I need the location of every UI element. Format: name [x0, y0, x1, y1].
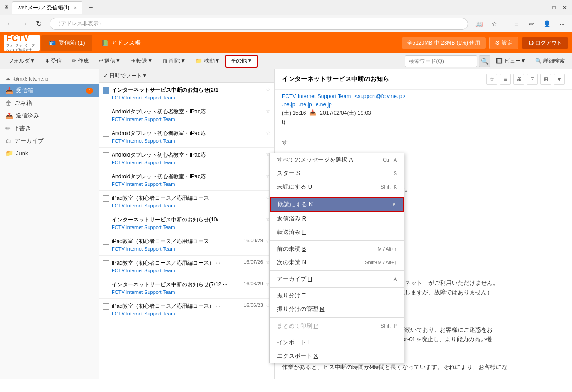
email-checkbox[interactable]: [103, 195, 109, 202]
menu-item-archive[interactable]: アーカイブ H A: [270, 272, 404, 286]
email-item[interactable]: iPad教室（初心者コース／応用編コース） ··· FCTV Internet …: [99, 256, 274, 277]
collapse-btn[interactable]: ⊡: [527, 74, 538, 85]
email-item[interactable]: Androidタブレット初心者教室・iPad応 FCTV Internet Su…: [99, 104, 274, 126]
menu-item-manage-filters[interactable]: 振り分けの管理 M: [270, 302, 404, 316]
email-sender: FCTV Internet Support Team: [112, 246, 241, 252]
reading-view-btn[interactable]: 📖: [472, 18, 485, 30]
menu-label: 未読にする U: [277, 183, 312, 191]
menu-item-select-all[interactable]: すべてのメッセージを選択 A Ctrl+A: [270, 153, 404, 167]
star-icon[interactable]: ☆: [266, 86, 271, 93]
settings-btn[interactable]: ⚙ 設定: [489, 37, 518, 49]
menu-item-prev-unread[interactable]: 前の未読 B M / Alt+↑: [270, 242, 404, 256]
email-item[interactable]: iPad教室（初心者コース／応用編コース FCTV Internet Suppo…: [99, 191, 274, 212]
email-item[interactable]: iPad教室（初心者コース／応用編コース） ··· FCTV Internet …: [99, 299, 274, 320]
inbox-tab[interactable]: 📬 受信箱 (1): [41, 35, 92, 51]
menu-btn[interactable]: ≡: [510, 18, 522, 30]
email-checkbox[interactable]: [103, 282, 109, 288]
email-item[interactable]: iPad教室（初心者コース／応用編コース FCTV Internet Suppo…: [99, 234, 274, 256]
email-checkbox[interactable]: [103, 260, 109, 266]
inbox-tab-label: 受信箱 (1): [59, 39, 85, 47]
menu-item-forwarded[interactable]: 転送済み E: [270, 225, 404, 239]
view-btn[interactable]: 🔲 ビュー▼: [492, 55, 529, 67]
more-btn[interactable]: ▼: [554, 74, 565, 85]
menu-item-filter[interactable]: 振り分け T: [270, 289, 404, 302]
detail-search-btn[interactable]: 🔍 詳細検索: [531, 55, 568, 67]
menu-item-replied[interactable]: 返信済み R: [270, 212, 404, 225]
email-item[interactable]: Androidタブレット初心者教室・iPad応 FCTV Internet Su…: [99, 126, 274, 148]
maximize-btn[interactable]: □: [550, 4, 558, 11]
print-btn[interactable]: 🖨: [513, 74, 524, 85]
expand-btn[interactable]: ⊞: [540, 74, 551, 85]
search-input[interactable]: [405, 55, 477, 67]
more-btn[interactable]: ···: [556, 18, 568, 30]
sort-label[interactable]: ✓ 日時でソート▼: [104, 72, 147, 80]
address-text: （アドレス非表示）: [55, 20, 462, 27]
menu-label: すべてのメッセージを選択 A: [277, 156, 353, 164]
address-bar[interactable]: （アドレス非表示）: [50, 18, 468, 30]
sidebar-item-trash[interactable]: 🗑 ごみ箱: [0, 97, 99, 109]
delete-btn[interactable]: 🗑 削除▼: [158, 55, 190, 68]
bookmark-btn[interactable]: ☆: [488, 18, 500, 30]
email-item[interactable]: Androidタブレット初心者教室・iPad応 FCTV Internet Su…: [99, 169, 274, 191]
minimize-btn[interactable]: ─: [540, 4, 547, 11]
sidebar-item-junk[interactable]: 📁 Junk: [0, 147, 99, 159]
menu-shortcut: A: [394, 276, 397, 282]
email-checkbox[interactable]: [103, 131, 109, 137]
profile-btn[interactable]: 👤: [540, 18, 553, 30]
menu-item-import[interactable]: インポート I: [270, 336, 404, 349]
email-item[interactable]: Androidタブレット初心者教室・iPad応 FCTV Internet Su…: [99, 148, 274, 169]
window-controls: ─ □ ✕: [540, 4, 568, 11]
tab-close-btn[interactable]: ×: [74, 5, 77, 10]
sidebar-item-inbox[interactable]: 📥 受信箱 1: [0, 84, 99, 97]
receive-btn[interactable]: ⬇ 受信: [41, 55, 66, 68]
move-btn[interactable]: 📁 移動▼: [191, 55, 224, 68]
star-btn[interactable]: ☆: [486, 74, 497, 85]
refresh-btn[interactable]: ↻: [32, 18, 45, 30]
email-checkbox[interactable]: [103, 109, 109, 115]
forward-btn[interactable]: →: [18, 18, 31, 30]
other-btn[interactable]: その他▼: [225, 55, 258, 68]
email-checkbox[interactable]: [103, 174, 109, 180]
email-checkbox[interactable]: [103, 217, 109, 223]
storage-info: 全5120MB 中 23MB (1%) 使用: [402, 37, 486, 49]
menu-item-next-unread[interactable]: 次の未読 N Shift+M / Alt+↓: [270, 256, 404, 269]
star-icon[interactable]: ☆: [266, 108, 271, 114]
email-address: @mx6.fctv.ne.jp: [13, 76, 48, 81]
menu-label: 次の未読 N: [277, 258, 306, 266]
menu-shortcut: M / Alt+↑: [378, 246, 397, 252]
content-area: ☁ @mx6.fctv.ne.jp 📥 受信箱 1 🗑 ごみ箱 📤 送信済み ✏…: [0, 69, 572, 379]
close-btn[interactable]: ✕: [561, 4, 568, 11]
menu-item-export[interactable]: エクスポート X: [270, 349, 404, 363]
email-checkbox[interactable]: [103, 239, 109, 245]
addressbook-tab[interactable]: 📗 アドレス帳: [94, 35, 148, 51]
new-tab-btn[interactable]: +: [85, 2, 96, 14]
star-icon[interactable]: ☆: [266, 130, 271, 136]
sent-icon: 📤: [5, 112, 13, 119]
email-item[interactable]: インターネットサービス中断のお知らせ(10/ FCTV Internet Sup…: [99, 212, 274, 234]
email-item[interactable]: インターネットサービス中断のお知らせ(7/12 ··· FCTV Interne…: [99, 277, 274, 299]
search-btn[interactable]: 🔍: [479, 55, 490, 67]
reply-btn[interactable]: ↩ 返信▼: [94, 55, 125, 68]
menu-item-mark-unread[interactable]: 未読にする U Shift+K: [270, 180, 404, 194]
browser-tab-active[interactable]: webメール: 受信箱(1) ×: [12, 1, 82, 14]
menu-shortcut: Ctrl+A: [383, 157, 397, 162]
list-btn[interactable]: ≡: [500, 74, 511, 85]
logout-btn[interactable]: ⏻ ログアウト: [522, 37, 568, 49]
annotate-btn[interactable]: ✏: [525, 18, 538, 30]
email-subject: iPad教室（初心者コース／応用編コース: [112, 238, 241, 245]
email-checkbox[interactable]: [103, 303, 109, 310]
folder-btn[interactable]: フォルダ▼: [4, 55, 40, 68]
sidebar-item-sent[interactable]: 📤 送信済み: [0, 109, 99, 122]
sidebar-item-drafts[interactable]: ✏ 下書き: [0, 122, 99, 135]
body-text: 作業があると、ビス中断の時間が9時間と長くなっています。それにより、お客様にな: [282, 363, 565, 372]
email-content: インターネットサービス中断のお知らせ(7/12 ··· FCTV Interne…: [112, 281, 241, 295]
menu-item-mark-read[interactable]: 既読にする K K: [270, 197, 404, 212]
back-btn[interactable]: ←: [4, 18, 16, 30]
menu-item-star[interactable]: スター S S: [270, 167, 404, 180]
email-item[interactable]: インターネットサービス中断のお知らせ(2/1 FCTV Internet Sup…: [99, 83, 274, 104]
sidebar-item-archive[interactable]: 🗂 アーカイブ: [0, 135, 99, 147]
compose-btn[interactable]: ✏ 作成: [67, 55, 93, 68]
forward-btn[interactable]: ➜ 転送▼: [126, 55, 157, 68]
email-checkbox[interactable]: [103, 152, 109, 158]
email-checkbox[interactable]: [103, 87, 109, 94]
